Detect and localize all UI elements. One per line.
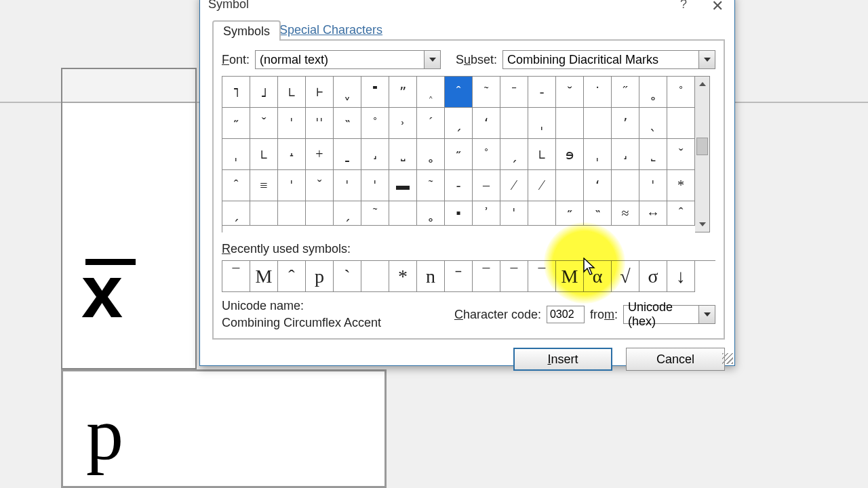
- symbol-cell[interactable]: [500, 108, 528, 139]
- symbol-cell[interactable]: ˚: [361, 108, 389, 139]
- symbol-cell[interactable]: ˚: [667, 77, 695, 108]
- symbol-cell[interactable]: ˾: [639, 139, 667, 170]
- symbol-cell[interactable]: ˥: [222, 77, 250, 108]
- symbol-cell[interactable]: ˌ: [222, 139, 250, 170]
- help-icon[interactable]: ?: [667, 0, 701, 18]
- symbol-cell[interactable]: [306, 201, 334, 226]
- symbol-cell[interactable]: ˪: [528, 139, 556, 170]
- symbol-cell[interactable]: ˈ: [361, 170, 389, 201]
- tab-symbols[interactable]: Symbols: [212, 20, 281, 41]
- symbol-cell[interactable]: ˇ: [667, 139, 695, 170]
- symbol-cell[interactable]: ˜: [361, 201, 389, 226]
- recent-symbol-cell[interactable]: ‾: [500, 261, 528, 292]
- symbol-cell[interactable]: ˳: [417, 139, 445, 170]
- symbol-cell[interactable]: ˏ: [222, 201, 250, 226]
- recent-symbol-cell[interactable]: ↓: [667, 261, 695, 292]
- insert-button[interactable]: Insert: [513, 348, 612, 371]
- recent-symbol-cell[interactable]: p: [306, 261, 334, 292]
- symbol-cell[interactable]: ˉ: [500, 77, 528, 108]
- symbol-cell[interactable]: ˏ: [445, 108, 473, 139]
- symbol-cell[interactable]: –: [473, 170, 500, 201]
- tab-special-characters[interactable]: Special Characters: [270, 20, 392, 41]
- close-icon[interactable]: ✕: [701, 0, 734, 18]
- symbol-cell[interactable]: ≡: [250, 170, 278, 201]
- symbol-cell[interactable]: ∕: [528, 170, 556, 201]
- recent-symbol-cell[interactable]: ˆ: [278, 261, 306, 292]
- symbol-cell[interactable]: ˔: [278, 139, 306, 170]
- symbol-cell[interactable]: ⁄: [500, 170, 528, 201]
- recent-symbol-cell[interactable]: ‾: [473, 261, 500, 292]
- font-combo-button[interactable]: [425, 50, 441, 69]
- symbol-cell[interactable]: ˜: [473, 77, 500, 108]
- resize-grip-icon[interactable]: [722, 353, 733, 364]
- symbol-cell[interactable]: ʼ: [612, 108, 639, 139]
- symbol-cell[interactable]: -: [528, 77, 556, 108]
- recent-symbol-cell[interactable]: σ: [639, 261, 667, 292]
- symbol-cell[interactable]: ˏ: [500, 139, 528, 170]
- symbol-cell[interactable]: *: [667, 170, 695, 201]
- symbol-cell[interactable]: ᾽: [473, 201, 500, 226]
- symbol-cell[interactable]: ˼: [361, 139, 389, 170]
- symbol-cell[interactable]: ˰: [417, 77, 445, 108]
- symbol-cell[interactable]: ˪: [278, 77, 306, 108]
- symbol-cell[interactable]: [389, 201, 417, 226]
- symbol-cell[interactable]: ˝: [612, 77, 639, 108]
- symbol-cell[interactable]: -: [445, 170, 473, 201]
- symbol-cell[interactable]: ˆ: [222, 170, 250, 201]
- symbol-cell[interactable]: ˳: [639, 77, 667, 108]
- symbol-cell[interactable]: ▪: [445, 201, 473, 226]
- recent-symbol-cell[interactable]: α: [584, 261, 612, 292]
- symbol-cell[interactable]: ˩: [250, 77, 278, 108]
- symbol-cell[interactable]: ʻ: [473, 108, 500, 139]
- recent-symbol-cell[interactable]: M: [556, 261, 584, 292]
- recent-symbol-cell[interactable]: n: [417, 261, 445, 292]
- symbol-cell[interactable]: ˪: [250, 139, 278, 170]
- symbol-cell[interactable]: ˽: [389, 139, 417, 170]
- symbol-cell[interactable]: ˈ: [278, 170, 306, 201]
- symbol-cell[interactable]: ˌ: [584, 139, 612, 170]
- scroll-down-button[interactable]: [695, 217, 709, 232]
- symbol-cell[interactable]: ˶: [445, 139, 473, 170]
- cancel-button[interactable]: Cancel: [626, 348, 725, 371]
- symbol-cell[interactable]: ˈ: [334, 170, 361, 201]
- from-combo[interactable]: Unicode (hex): [623, 305, 715, 324]
- symbol-cell[interactable]: ˇ: [306, 170, 334, 201]
- symbol-cell[interactable]: ˇ: [250, 108, 278, 139]
- symbol-cell[interactable]: [528, 201, 556, 226]
- from-combo-button[interactable]: [699, 305, 715, 324]
- symbol-cell[interactable]: [612, 170, 639, 201]
- symbol-cell[interactable]: [556, 108, 584, 139]
- symbol-cell[interactable]: ´: [417, 108, 445, 139]
- recent-symbol-cell[interactable]: `: [334, 261, 361, 292]
- scroll-up-button[interactable]: [695, 77, 709, 92]
- recent-symbol-cell[interactable]: ‾: [222, 261, 250, 292]
- grid-scrollbar[interactable]: [695, 76, 710, 232]
- symbol-cell[interactable]: ˏ: [334, 201, 361, 226]
- symbol-cell[interactable]: ˼: [612, 139, 639, 170]
- symbol-cell[interactable]: ↔: [639, 201, 667, 226]
- symbol-cell[interactable]: ˬ: [334, 77, 361, 108]
- symbol-cell[interactable]: ˍ: [334, 139, 361, 170]
- recent-symbol-cell[interactable]: [361, 261, 389, 292]
- symbol-cell[interactable]: ˵: [334, 108, 361, 139]
- symbol-cell[interactable]: [278, 201, 306, 226]
- symbol-cell[interactable]: [250, 201, 278, 226]
- subset-combo[interactable]: Combining Diacritical Marks: [502, 50, 715, 69]
- symbol-cell[interactable]: [667, 108, 695, 139]
- symbol-cell[interactable]: ˒: [389, 108, 417, 139]
- symbol-cell[interactable]: ˆ: [445, 77, 473, 108]
- recent-symbol-cell[interactable]: ˉ: [445, 261, 473, 292]
- symbol-cell[interactable]: [584, 108, 612, 139]
- recent-symbol-cell[interactable]: √: [612, 261, 639, 292]
- symbol-cell[interactable]: ˈ: [500, 201, 528, 226]
- symbol-cell[interactable]: ˳: [417, 201, 445, 226]
- symbol-cell[interactable]: ʻ: [584, 170, 612, 201]
- symbol-cell[interactable]: ˈ: [278, 108, 306, 139]
- symbol-cell[interactable]: +: [306, 139, 334, 170]
- symbol-cell[interactable]: ˎ: [639, 108, 667, 139]
- symbol-cell[interactable]: ˈ: [639, 170, 667, 201]
- symbol-cell[interactable]: ≈: [612, 201, 639, 226]
- symbol-cell[interactable]: ˶: [222, 108, 250, 139]
- symbol-cell[interactable]: ˶: [556, 201, 584, 226]
- symbol-cell[interactable]: ˜: [417, 170, 445, 201]
